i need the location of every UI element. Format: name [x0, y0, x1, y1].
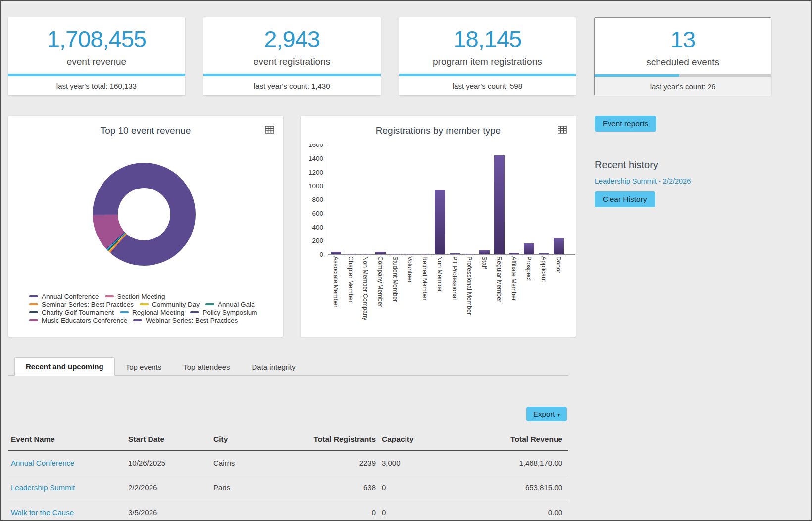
stat-card-2[interactable]: 18,145program item registrationslast yea… [399, 17, 576, 95]
clear-history-button[interactable]: Clear History [595, 191, 655, 207]
bar-label: Volunteer [405, 256, 415, 335]
bar-label: Retired Member [419, 256, 430, 335]
y-axis-tick: 1000 [301, 182, 323, 189]
bar-15 [554, 238, 564, 254]
tab-top-events[interactable]: Top events [115, 358, 173, 376]
legend-swatch [29, 295, 38, 297]
top-event-revenue-card: Top 10 event revenue Annual ConferenceSe… [8, 116, 283, 337]
donut-legend: Annual ConferenceSection MeetingSeminar … [29, 293, 275, 325]
stat-progress-bar [203, 74, 381, 76]
y-axis-tick: 0 [301, 251, 323, 258]
stat-card-1[interactable]: 2,943event registrationslast year's coun… [203, 17, 381, 95]
legend-label: Annual Conference [42, 293, 99, 300]
bar-label: Company Member [375, 256, 385, 335]
table-cell: 0 [379, 475, 483, 500]
stat-progress-bar [595, 74, 771, 77]
stat-footer: last year's count: 26 [595, 77, 771, 96]
legend-label: Section Meeting [117, 293, 165, 300]
event-link[interactable]: Walk for the Cause [8, 500, 125, 521]
legend-item: Community Day [140, 301, 200, 309]
table-cell: 3/5/2026 [125, 500, 210, 521]
table-cell: 0 [290, 500, 379, 521]
stat-value: 13 [595, 26, 771, 53]
bar-label: Associate Member [330, 256, 341, 335]
column-header: Capacity [379, 430, 483, 450]
bar-14 [539, 253, 549, 254]
event-reports-button[interactable]: Event reports [595, 116, 656, 132]
legend-swatch [29, 311, 38, 313]
chart-title: Top 10 event revenue [8, 116, 283, 136]
bar-label: PT Professional [449, 256, 459, 335]
table-row: Walk for the Cause3/5/2026000.00 [8, 500, 568, 521]
bar-chart-x-labels: Associate MemberChapter MemberNon Member… [328, 256, 563, 335]
events-table: Event NameStart DateCityTotal Registrant… [8, 430, 568, 521]
column-header: Event Name [8, 430, 125, 450]
y-axis-tick: 600 [301, 210, 323, 217]
events-table-panel: Export▾ Event NameStart DateCityTotal Re… [8, 376, 568, 520]
table-icon[interactable] [265, 126, 274, 136]
table-cell: 653,815.00 [483, 475, 568, 500]
legend-swatch [205, 303, 214, 305]
legend-label: Charity Golf Tournament [42, 309, 114, 316]
stat-label: event registrations [203, 56, 381, 67]
legend-label: Annual Gala [218, 301, 254, 308]
table-cell: 10/26/2025 [125, 450, 210, 475]
event-link[interactable]: Annual Conference [8, 450, 125, 475]
legend-item: Seminar Series: Best Practices [29, 301, 134, 309]
legend-label: Seminar Series: Best Practices [42, 301, 134, 308]
y-axis-tick: 1400 [301, 155, 323, 162]
bar-label: Applicant [538, 256, 549, 335]
bar-chart: 02004006008001000120014001600 Associate … [301, 144, 576, 337]
stat-progress-bar [8, 74, 185, 76]
legend-item: Webinar Series: Best Practices [133, 317, 238, 325]
stat-progress-bar [399, 74, 576, 76]
bar-10 [479, 250, 490, 254]
table-cell: 0 [379, 500, 483, 521]
column-header: Total Revenue [483, 430, 568, 450]
bar-5 [405, 254, 415, 254]
bar-label: Affiliate Member [508, 256, 519, 335]
table-cell: 3,000 [379, 450, 483, 475]
table-cell: Cairns [210, 450, 290, 475]
bar-label: Chapter Member [345, 256, 355, 335]
bar-label: Non Member Company [360, 256, 370, 335]
legend-swatch [105, 295, 114, 297]
stat-value: 2,943 [203, 25, 381, 52]
stat-footer: last year's total: 160,133 [8, 76, 185, 90]
legend-swatch [29, 319, 38, 321]
history-link[interactable]: Leadership Summit - 2/2/2026 [595, 177, 691, 185]
column-header: Start Date [125, 430, 210, 450]
stat-card-3[interactable]: 13scheduled eventslast year's count: 26 [594, 17, 771, 95]
bar-2 [360, 254, 371, 254]
legend-swatch [190, 311, 199, 313]
table-icon[interactable] [558, 126, 567, 136]
tab-data-integrity[interactable]: Data integrity [241, 358, 306, 376]
caret-down-icon: ▾ [557, 412, 560, 418]
legend-item: Policy Symposium [190, 309, 257, 317]
tab-bar: Recent and upcomingTop eventsTop attende… [8, 358, 568, 376]
legend-label: Regional Meeting [132, 309, 184, 316]
table-row: Annual Conference10/26/2025Cairns22393,0… [8, 450, 568, 475]
bar-label: Donor [553, 256, 563, 335]
y-axis-tick: 1600 [301, 144, 323, 148]
export-button[interactable]: Export▾ [526, 407, 567, 421]
bar-6 [420, 254, 430, 254]
stat-label: scheduled events [595, 57, 771, 68]
right-sidebar: Event reports Recent history Leadership … [595, 116, 773, 207]
column-header: City [210, 430, 290, 450]
donut-chart [93, 163, 196, 266]
legend-item: Regional Meeting [120, 309, 184, 317]
stat-card-0[interactable]: 1,708,455event revenuelast year's total:… [8, 17, 185, 95]
stat-label: program item registrations [399, 56, 576, 67]
tab-recent-and-upcoming[interactable]: Recent and upcoming [14, 357, 115, 376]
legend-item: Annual Gala [205, 301, 254, 309]
table-cell: 2239 [290, 450, 379, 475]
table-header-row: Event NameStart DateCityTotal Registrant… [8, 430, 568, 450]
stat-label: event revenue [8, 56, 185, 67]
table-cell [210, 500, 290, 521]
legend-label: Music Educators Conference [42, 317, 127, 324]
tab-top-attendees[interactable]: Top attendees [172, 358, 241, 376]
event-link[interactable]: Leadership Summit [8, 475, 125, 500]
y-axis-tick: 1200 [301, 169, 323, 176]
stat-cards-row: 1,708,455event revenuelast year's total:… [8, 17, 771, 95]
